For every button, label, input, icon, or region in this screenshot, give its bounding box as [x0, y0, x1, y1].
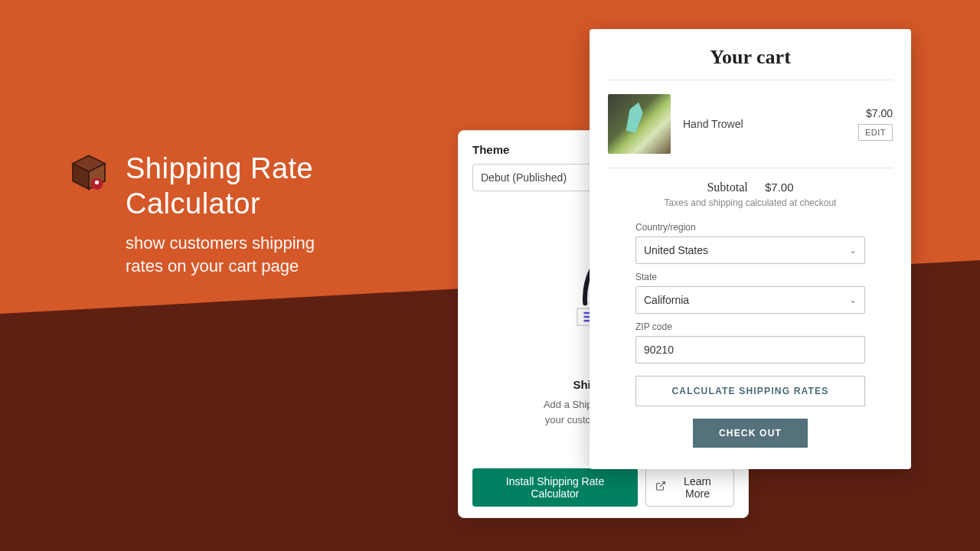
promo-stage: Shipping RateCalculator show customers s… — [0, 0, 980, 551]
state-label: State — [635, 272, 865, 282]
edit-button[interactable]: EDIT — [858, 124, 893, 141]
subtotal-value: $7.00 — [765, 181, 794, 194]
subtotal-label: Subtotal — [707, 181, 747, 194]
chevron-down-icon: ⌄ — [849, 295, 857, 305]
state-value: California — [644, 294, 689, 306]
country-select[interactable]: United States ⌄ — [635, 236, 865, 264]
theme-select-value: Debut (Published) — [481, 171, 567, 184]
country-value: United States — [644, 244, 708, 256]
line-price: $7.00 — [858, 107, 893, 119]
external-link-icon — [655, 481, 666, 494]
cart-line-item: Hand Trowel $7.00 EDIT — [608, 80, 893, 168]
country-label: Country/region — [635, 222, 865, 233]
hero-subtitle: show customers shippingrates on your car… — [126, 232, 315, 277]
chevron-down-icon: ⌄ — [849, 245, 857, 256]
svg-line-15 — [660, 482, 665, 487]
state-select[interactable]: California ⌄ — [635, 286, 865, 314]
cart-card: Your cart Hand Trowel $7.00 EDIT Subtota… — [590, 29, 911, 469]
box-pin-icon — [67, 152, 110, 194]
cart-title: Your cart — [608, 46, 893, 80]
calculate-button[interactable]: CALCULATE SHIPPING RATES — [635, 376, 865, 406]
zip-input[interactable]: 90210 — [635, 336, 865, 364]
product-thumbnail — [608, 94, 671, 154]
learn-more-label: Learn More — [671, 475, 724, 500]
zip-label: ZIP code — [635, 321, 865, 332]
product-name: Hand Trowel — [683, 118, 846, 130]
shipping-form: Country/region United States ⌄ State Cal… — [608, 222, 893, 448]
hero-block: Shipping RateCalculator show customers s… — [67, 152, 315, 278]
subtotal-row: Subtotal $7.00 — [608, 168, 893, 197]
zip-value: 90210 — [644, 344, 674, 356]
install-button[interactable]: Install Shipping Rate Calculator — [472, 468, 638, 507]
learn-more-button[interactable]: Learn More — [645, 468, 734, 507]
tax-note: Taxes and shipping calculated at checkou… — [608, 197, 893, 208]
checkout-button[interactable]: CHECK OUT — [693, 419, 808, 448]
svg-point-4 — [95, 181, 99, 184]
hero-title: Shipping RateCalculator — [126, 152, 315, 221]
